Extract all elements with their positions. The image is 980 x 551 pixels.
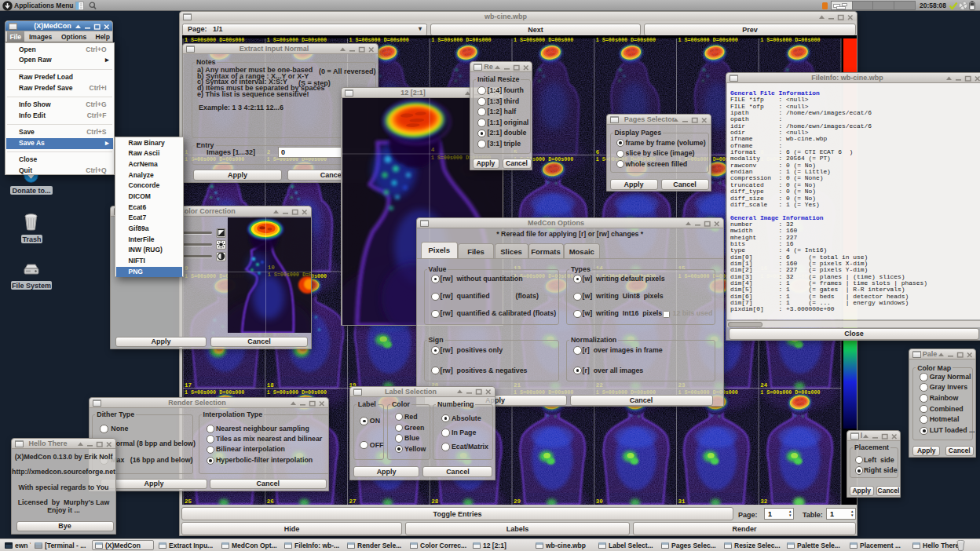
svg-text:1 S=00s000 D=00s000: 1 S=00s000 D=00s000 [185, 389, 244, 396]
svg-text:29: 29 [514, 498, 521, 505]
svg-text:1 S=00s000 D=00s000: 1 S=00s000 D=00s000 [185, 37, 244, 43]
svg-text:1 S=00s000 D=00s000: 1 S=00s000 D=00s000 [678, 37, 738, 43]
svg-text:26: 26 [267, 498, 275, 505]
svg-text:6: 6 [596, 149, 600, 155]
svg-text:31: 31 [678, 498, 686, 505]
svg-text:18: 18 [267, 382, 275, 389]
svg-text:24: 24 [760, 382, 768, 389]
svg-text:1 S=00s000 D=00s000: 1 S=00s000 D=00s000 [349, 37, 409, 43]
svg-text:4: 4 [431, 147, 435, 153]
svg-text:27: 27 [349, 498, 357, 505]
svg-text:25: 25 [185, 498, 192, 505]
svg-text:1 S=00s000 D=00s000: 1 S=00s000 D=00s000 [431, 37, 491, 43]
svg-text:1 S=00s000 D=00s000: 1 S=00s000 D=00s000 [760, 389, 820, 396]
svg-text:32: 32 [760, 498, 768, 505]
svg-text:1 S=00s000 D=00s000: 1 S=00s000 D=00s000 [596, 37, 656, 43]
svg-text:28: 28 [431, 498, 439, 505]
svg-text:1 S=00s000 D=00s000: 1 S=00s000 D=00s000 [267, 37, 327, 43]
svg-text:1 S=00s000 D=00s000: 1 S=00s000 D=00s000 [514, 37, 573, 43]
svg-text:17: 17 [185, 382, 192, 389]
svg-text:10: 10 [268, 265, 276, 271]
svg-text:1 S=00s000 D=00s000: 1 S=00s000 D=00s000 [760, 37, 820, 43]
svg-text:1 S=00s000 D=00s000: 1 S=00s000 D=00s000 [267, 389, 327, 396]
svg-text:30: 30 [596, 498, 604, 505]
